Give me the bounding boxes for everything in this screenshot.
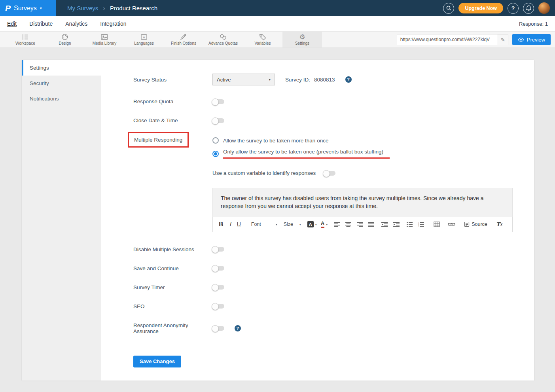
align-right-button[interactable] xyxy=(357,222,363,227)
nav-tab-bar: Edit Distribute Analytics Integration Re… xyxy=(0,16,555,32)
radio-unselected-icon[interactable] xyxy=(212,137,219,144)
survey-url-input[interactable] xyxy=(397,37,498,42)
survey-id-help-icon[interactable]: ? xyxy=(345,76,352,83)
linked-circles-icon xyxy=(219,34,227,40)
sidebar-item-settings[interactable]: Settings xyxy=(22,60,101,76)
survey-timer-toggle[interactable] xyxy=(212,285,224,290)
chevron-down-icon: ▾ xyxy=(276,223,277,226)
background-color-button[interactable]: A ▾ xyxy=(307,221,317,227)
toolbar-item-variables[interactable]: Variables xyxy=(243,32,282,47)
toolbar-item-label: Advance Quotas xyxy=(208,41,238,45)
toolbar-item-settings[interactable]: ⚙ Settings xyxy=(282,32,322,47)
disable-multiple-sessions-toggle[interactable] xyxy=(212,247,224,252)
text-color-button[interactable]: A ▾ xyxy=(321,221,328,227)
multiple-responding-label-cell: Multiple Responding xyxy=(133,136,212,148)
toolbar-item-media-library[interactable]: Media Library xyxy=(85,32,124,47)
font-dropdown[interactable]: Font ▾ xyxy=(251,222,277,227)
toolbar-item-label: Variables xyxy=(255,41,271,45)
respondent-anonymity-help-icon[interactable]: ? xyxy=(235,325,241,331)
size-dropdown[interactable]: Size ▾ xyxy=(284,222,301,227)
insert-link-button[interactable] xyxy=(448,222,455,227)
save-and-continue-row: Save and Continue xyxy=(133,265,534,271)
help-button[interactable]: ? xyxy=(508,3,519,14)
source-button[interactable]: Source xyxy=(464,222,487,227)
breadcrumb-my-surveys[interactable]: My Surveys xyxy=(67,5,98,11)
justify-button[interactable] xyxy=(368,222,374,227)
preview-button[interactable]: Preview xyxy=(512,34,551,45)
sidebar-item-notifications[interactable]: Notifications xyxy=(22,91,101,106)
indent-button[interactable] xyxy=(393,222,400,227)
seo-row: SEO xyxy=(133,303,534,309)
toolbar-item-languages[interactable]: A Languages xyxy=(124,32,164,47)
notifications-button[interactable] xyxy=(523,3,534,14)
bulleted-list-button[interactable] xyxy=(407,222,413,227)
save-and-continue-toggle[interactable] xyxy=(212,266,224,271)
close-date-time-toggle[interactable] xyxy=(212,118,224,123)
justify-icon xyxy=(368,222,374,227)
toolbar-right: ✎ Preview xyxy=(397,34,551,45)
custom-variable-toggle[interactable] xyxy=(324,171,335,176)
edit-toolbar: Workspace Design Media Library A Languag… xyxy=(0,32,555,48)
radio-selected-icon[interactable] xyxy=(212,151,219,157)
preview-button-label: Preview xyxy=(527,37,545,43)
brush-icon xyxy=(180,34,188,40)
upgrade-now-button[interactable]: Upgrade Now xyxy=(458,3,503,13)
svg-text:3: 3 xyxy=(418,225,419,227)
underline-button[interactable]: U xyxy=(237,221,241,227)
radio-option-more-than-once[interactable]: Allow the survey to be taken more than o… xyxy=(212,137,390,144)
toolbar-item-design[interactable]: Design xyxy=(45,32,85,47)
tag-icon xyxy=(259,34,267,40)
tab-integration[interactable]: Integration xyxy=(100,21,126,27)
sidebar-item-security[interactable]: Security xyxy=(22,76,101,91)
disabled-message-textarea[interactable]: The owner of this survey has disabled us… xyxy=(212,188,513,217)
app-switcher[interactable]: P Surveys ▾ xyxy=(0,0,56,16)
response-quota-label: Response Quota xyxy=(133,98,212,104)
bold-button[interactable]: B xyxy=(218,221,224,228)
numbered-list-button[interactable]: 123 xyxy=(418,222,424,227)
survey-timer-row: Survey Timer xyxy=(133,284,534,290)
toolbar-item-label: Design xyxy=(59,41,71,45)
toolbar-item-label: Media Library xyxy=(93,41,117,45)
toolbar-item-finish-options[interactable]: Finish Options xyxy=(164,32,203,47)
custom-variable-label: Use a custom variable to identify respon… xyxy=(212,170,316,176)
tab-distribute[interactable]: Distribute xyxy=(29,21,53,27)
align-left-button[interactable] xyxy=(334,222,340,227)
edit-url-button[interactable]: ✎ xyxy=(498,34,508,45)
questionpro-logo: P xyxy=(5,4,11,12)
survey-status-select[interactable]: Active ▾ xyxy=(212,74,275,85)
topbar: P Surveys ▾ My Surveys › Product Researc… xyxy=(0,0,555,16)
survey-id-value: 8080813 xyxy=(314,77,335,83)
close-date-time-label: Close Date & Time xyxy=(133,117,212,123)
seo-toggle[interactable] xyxy=(212,304,224,309)
tab-edit[interactable]: Edit xyxy=(7,21,17,27)
response-quota-toggle[interactable] xyxy=(212,99,224,104)
respondent-anonymity-toggle[interactable] xyxy=(212,326,224,331)
respondent-anonymity-label: Respondent Anonymity Assurance xyxy=(133,322,212,334)
save-and-continue-label: Save and Continue xyxy=(133,265,212,271)
user-avatar[interactable] xyxy=(538,2,550,14)
save-changes-button[interactable]: Save Changes xyxy=(133,356,181,367)
toolbar-item-label: Workspace xyxy=(15,41,35,45)
toolbar-item-workspace[interactable]: Workspace xyxy=(6,32,45,47)
breadcrumb-separator-icon: › xyxy=(103,4,105,12)
multiple-responding-highlight-box: Multiple Responding xyxy=(128,132,189,148)
workspace-icon xyxy=(21,34,29,40)
radio-option-only-once[interactable]: Only allow the survey to be taken once (… xyxy=(212,149,390,159)
outdent-button[interactable] xyxy=(381,222,388,227)
align-center-button[interactable] xyxy=(345,222,351,227)
search-button[interactable] xyxy=(443,3,454,14)
chevron-down-icon: ▾ xyxy=(326,223,328,226)
insert-table-button[interactable] xyxy=(434,222,440,227)
italic-button[interactable]: I xyxy=(229,221,231,228)
align-right-icon xyxy=(357,222,363,227)
remove-format-button[interactable]: Tx xyxy=(496,221,502,227)
toolbar-item-advance-quotas[interactable]: Advance Quotas xyxy=(203,32,243,47)
tab-analytics[interactable]: Analytics xyxy=(65,21,87,27)
page-background: Settings Security Notifications Survey S… xyxy=(0,48,555,392)
survey-timer-label: Survey Timer xyxy=(133,284,212,290)
seo-label: SEO xyxy=(133,303,212,309)
rich-text-editor-toolbar: B I U Font ▾ Size ▾ A ▾ A ▾ xyxy=(212,217,513,232)
pencil-icon: ✎ xyxy=(501,37,505,43)
multiple-responding-options: Allow the survey to be taken more than o… xyxy=(212,136,390,159)
search-icon xyxy=(446,6,451,11)
